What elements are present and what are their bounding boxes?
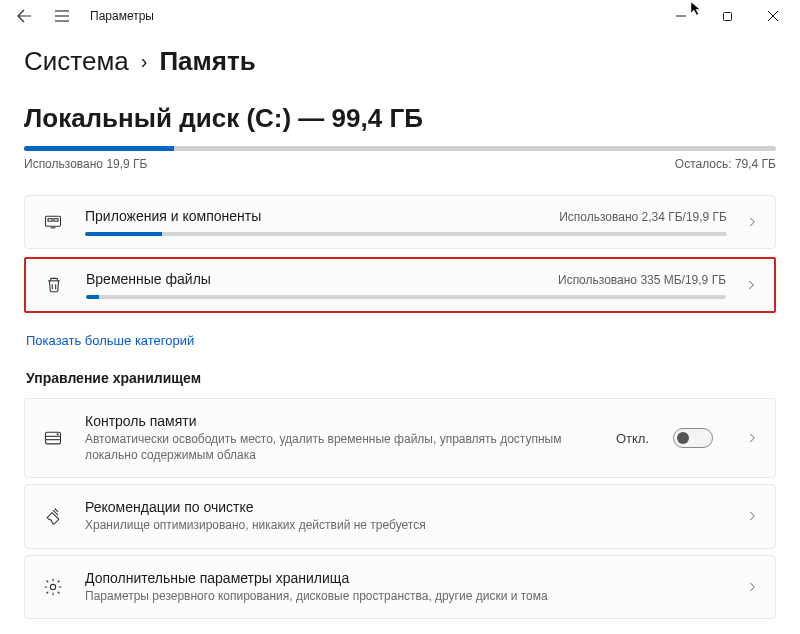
svg-rect-8: [48, 219, 52, 222]
minimize-button[interactable]: [658, 0, 704, 32]
category-bar: [86, 295, 726, 299]
svg-point-17: [50, 584, 55, 589]
chevron-right-icon: [741, 431, 763, 445]
mgmt-subtitle: Параметры резервного копирования, дисков…: [85, 588, 727, 604]
titlebar: Параметры: [0, 0, 800, 32]
disk-title: Локальный диск (C:) — 99,4 ГБ: [24, 103, 776, 134]
category-usage: Использовано 2,34 ГБ/19,9 ГБ: [559, 210, 727, 224]
storage-category-apps[interactable]: Приложения и компоненты Использовано 2,3…: [24, 195, 776, 249]
chevron-right-icon: [741, 509, 763, 523]
category-title: Временные файлы: [86, 271, 211, 287]
chevron-right-icon: [741, 580, 763, 594]
chevron-right-icon: [740, 278, 762, 292]
mgmt-title: Дополнительные параметры хранилища: [85, 570, 727, 586]
app-title: Параметры: [90, 9, 154, 23]
content: Система › Память Локальный диск (C:) — 9…: [0, 32, 800, 619]
mgmt-subtitle: Автоматически освободить место, удалить …: [85, 431, 602, 463]
disk-usage-bar: [24, 146, 776, 151]
category-bar: [85, 232, 727, 236]
category-usage: Использовано 335 МБ/19,9 ГБ: [558, 273, 726, 287]
section-header: Управление хранилищем: [26, 370, 776, 386]
category-title: Приложения и компоненты: [85, 208, 261, 224]
category-bar-fill: [85, 232, 162, 236]
svg-rect-4: [723, 12, 731, 20]
svg-point-16: [57, 434, 58, 435]
chevron-right-icon: ›: [141, 50, 148, 73]
disk-usage-fill: [24, 146, 174, 151]
category-bar-fill: [86, 295, 99, 299]
mgmt-item-gear[interactable]: Дополнительные параметры хранилища Парам…: [24, 555, 776, 619]
back-button[interactable]: [14, 6, 34, 26]
toggle-switch[interactable]: [673, 428, 713, 448]
disk-free-label: Осталось: 79,4 ГБ: [675, 157, 776, 171]
mgmt-title: Контроль памяти: [85, 413, 602, 429]
maximize-button[interactable]: [704, 0, 750, 32]
nav-menu-button[interactable]: [52, 6, 72, 26]
chevron-right-icon: [741, 215, 763, 229]
disk-used-label: Использовано 19,9 ГБ: [24, 157, 147, 171]
broom-icon: [35, 506, 71, 526]
mgmt-subtitle: Хранилище оптимизировано, никаких действ…: [85, 517, 727, 533]
close-button[interactable]: [750, 0, 796, 32]
mgmt-title: Рекомендации по очистке: [85, 499, 727, 515]
mgmt-item-broom[interactable]: Рекомендации по очистке Хранилище оптими…: [24, 484, 776, 548]
gear-icon: [35, 577, 71, 597]
trash-icon: [36, 275, 72, 295]
mgmt-item-disk[interactable]: Контроль памяти Автоматически освободить…: [24, 398, 776, 478]
storage-category-trash[interactable]: Временные файлы Использовано 335 МБ/19,9…: [24, 257, 776, 313]
toggle-label: Откл.: [616, 431, 649, 446]
svg-rect-9: [54, 219, 58, 222]
breadcrumb-system[interactable]: Система: [24, 46, 129, 77]
show-more-link[interactable]: Показать больше категорий: [26, 333, 194, 348]
breadcrumb: Система › Память: [24, 46, 776, 77]
apps-icon: [35, 212, 71, 232]
breadcrumb-current: Память: [159, 46, 255, 77]
disk-icon: [35, 428, 71, 448]
